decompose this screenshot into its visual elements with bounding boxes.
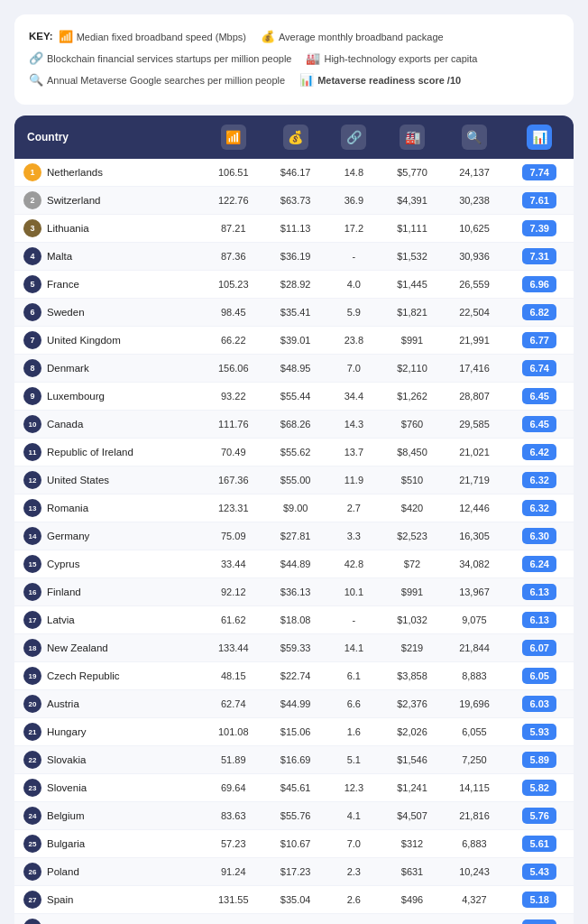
cell-country-7: 7 United Kingdom [14, 327, 202, 354]
score-badge-25: 5.61 [522, 836, 556, 852]
cell-country-19: 19 Czech Republic [14, 662, 202, 689]
key-title: KEY: [29, 28, 53, 46]
cell-package-4: $36.19 [264, 243, 326, 271]
cell-searches-4: 30,936 [443, 243, 505, 271]
cell-country-1: 1 Netherlands [14, 159, 202, 186]
table-row: 27 Spain 131.55 $35.04 2.6 $496 4,327 5.… [14, 886, 574, 914]
score-badge-6: 6.82 [522, 304, 556, 320]
cell-speed-14: 75.09 [202, 522, 264, 550]
cell-searches-7: 21,991 [443, 327, 505, 355]
cell-hightech-14: $2,523 [381, 522, 444, 550]
table-row: 28 Australia 52.62 $59.42 14.0 $245 24,3… [14, 914, 574, 924]
cell-searches-18: 21,844 [443, 634, 505, 662]
col-monthly-package: 💰 [264, 116, 326, 159]
cell-hightech-24: $4,507 [381, 802, 444, 830]
cell-score-16: 6.13 [505, 578, 574, 606]
cell-blockchain-25: 7.0 [326, 830, 381, 858]
cell-speed-9: 93.22 [202, 383, 264, 411]
cell-country-13: 13 Romania [14, 494, 202, 522]
cell-package-13: $9.00 [264, 494, 326, 522]
cell-country-5: 5 France [14, 271, 202, 298]
country-name-14: Germany [47, 531, 89, 541]
score-badge-27: 5.18 [522, 892, 556, 908]
cell-country-24: 24 Belgium [14, 802, 202, 829]
key-section: KEY: 📶 Median fixed broadband speed (Mbp… [14, 14, 574, 105]
cell-speed-21: 101.08 [202, 718, 264, 746]
key-item-3: 🔗 Blockchain financial services startups… [29, 49, 291, 69]
cell-package-24: $55.76 [264, 802, 326, 830]
country-name-25: Bulgaria [47, 838, 85, 849]
cell-score-28: 5.13 [505, 914, 574, 924]
country-name-21: Hungary [47, 726, 86, 737]
rank-badge-9: 9 [23, 387, 41, 405]
col-hightech: 🏭 [381, 116, 444, 159]
cell-searches-15: 34,082 [443, 550, 505, 578]
cell-score-2: 7.61 [505, 187, 574, 215]
cell-score-18: 6.07 [505, 634, 574, 662]
table-row: 5 France 105.23 $28.92 4.0 $1,445 26,559… [14, 271, 574, 299]
country-name-1: Netherlands [47, 167, 103, 178]
data-table: Country 📶 💰 🔗 🏭 🔍 [14, 116, 574, 924]
table-row: 22 Slovakia 51.89 $16.69 5.1 $1,546 7,25… [14, 746, 574, 774]
table-row: 24 Belgium 83.63 $55.76 4.1 $4,507 21,81… [14, 802, 574, 830]
rank-badge-28: 28 [23, 919, 41, 924]
score-badge-15: 6.24 [522, 556, 556, 572]
cell-hightech-25: $312 [381, 830, 444, 858]
blockchain-icon: 🔗 [29, 49, 43, 69]
cell-country-20: 20 Austria [14, 690, 202, 717]
country-name-5: France [47, 279, 79, 290]
country-name-13: Romania [47, 503, 88, 513]
cell-speed-20: 62.74 [202, 690, 264, 718]
country-name-4: Malta [47, 251, 72, 262]
col-country: Country [14, 116, 202, 159]
cell-score-27: 5.18 [505, 886, 574, 914]
key-item-6: 📊 Metaverse readiness score /10 [299, 70, 461, 90]
cell-country-21: 21 Hungary [14, 718, 202, 745]
country-name-2: Switzerland [47, 195, 100, 206]
cell-hightech-13: $420 [381, 494, 444, 522]
table-row: 16 Finland 92.12 $36.13 10.1 $991 13,967… [14, 578, 574, 606]
cell-country-2: 2 Switzerland [14, 187, 202, 214]
cell-speed-16: 92.12 [202, 578, 264, 606]
key-item-1: 📶 Median fixed broadband speed (Mbps) [59, 27, 246, 47]
rank-badge-27: 27 [23, 891, 41, 909]
cell-score-5: 6.96 [505, 271, 574, 299]
score-badge-17: 6.13 [522, 612, 556, 628]
cell-searches-28: 24,348 [443, 914, 505, 924]
cell-blockchain-2: 36.9 [326, 187, 381, 215]
cell-blockchain-20: 6.6 [326, 690, 381, 718]
cell-speed-11: 70.49 [202, 439, 264, 467]
cell-searches-1: 24,137 [443, 159, 505, 187]
table-row: 26 Poland 91.24 $17.23 2.3 $631 10,243 5… [14, 858, 574, 886]
cell-blockchain-9: 34.4 [326, 383, 381, 411]
col-broadband-speed: 📶 [202, 116, 264, 159]
cell-package-9: $55.44 [264, 383, 326, 411]
cell-blockchain-17: - [326, 606, 381, 634]
rank-badge-26: 26 [23, 863, 41, 881]
cell-speed-19: 48.15 [202, 662, 264, 690]
cell-hightech-28: $245 [381, 914, 444, 924]
cell-package-22: $16.69 [264, 746, 326, 774]
cell-speed-3: 87.21 [202, 215, 264, 243]
cell-score-1: 7.74 [505, 159, 574, 187]
cell-country-6: 6 Sweden [14, 299, 202, 326]
cell-searches-3: 10,625 [443, 215, 505, 243]
country-name-19: Czech Republic [47, 670, 120, 681]
cell-hightech-9: $1,262 [381, 383, 444, 411]
rank-badge-10: 10 [23, 415, 41, 433]
cell-country-23: 23 Slovenia [14, 774, 202, 801]
country-name-20: Austria [47, 698, 79, 709]
table-row: 4 Malta 87.36 $36.19 - $1,532 30,936 7.3… [14, 243, 574, 271]
country-name-18: New Zealand [47, 642, 108, 653]
cell-hightech-4: $1,532 [381, 243, 444, 271]
cell-speed-6: 98.45 [202, 299, 264, 327]
cell-searches-2: 30,238 [443, 187, 505, 215]
rank-badge-17: 17 [23, 611, 41, 629]
wifi-header-icon: 📶 [221, 125, 246, 150]
cell-searches-21: 6,055 [443, 718, 505, 746]
score-badge-5: 6.96 [522, 276, 556, 292]
cell-score-7: 6.77 [505, 327, 574, 355]
table-row: 12 United States 167.36 $55.00 11.9 $510… [14, 467, 574, 494]
score-badge-28: 5.13 [522, 919, 556, 924]
cell-country-9: 9 Luxembourg [14, 383, 202, 410]
